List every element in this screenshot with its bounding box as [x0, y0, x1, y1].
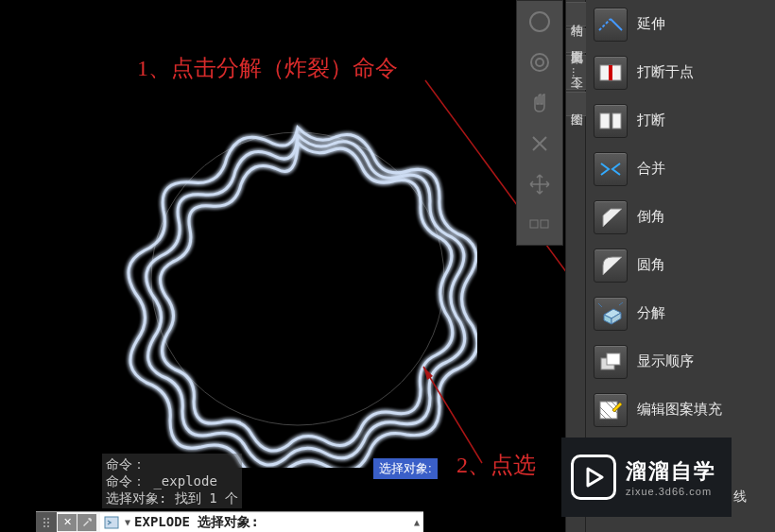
tab-structure[interactable]: 结构	[566, 2, 587, 26]
draw-order-icon	[594, 345, 628, 379]
tool-edit-hatch[interactable]: 编辑图案填充	[586, 386, 775, 434]
tool-chamfer[interactable]: 倒角	[586, 193, 775, 241]
wrench-icon[interactable]	[78, 514, 96, 531]
tool-fillet[interactable]: 圆角	[586, 241, 775, 289]
tab-command-tools[interactable]: 令工...	[566, 55, 587, 90]
dropdown-caret-icon[interactable]: ▼	[125, 517, 130, 527]
select-objects-prompt: 选择对象:	[373, 458, 438, 479]
play-logo-icon	[571, 455, 616, 500]
join-icon	[594, 152, 628, 186]
watermark-subtitle: zixue.3d66.com	[626, 486, 716, 497]
tool-join[interactable]: 合并	[586, 145, 775, 193]
cmd-history-line: 命令： _explode	[106, 472, 238, 489]
grid-icon[interactable]	[521, 206, 559, 243]
drawing-canvas[interactable]: 1、点击分解（炸裂）命令 2、点选 命令： 命令： _explode 选择对象:…	[0, 0, 563, 532]
svg-line-10	[599, 19, 611, 30]
edge-text: 线	[733, 489, 747, 506]
orbit-icon[interactable]	[521, 43, 559, 80]
tool-label: 分解	[637, 304, 775, 322]
tool-extend[interactable]: 延伸	[586, 0, 775, 48]
command-line-bar: ✕ ▼ EXPLODE 选择对象: ▲	[36, 511, 423, 532]
navigation-toolbar	[516, 0, 563, 246]
svg-point-29	[43, 525, 45, 527]
svg-point-6	[531, 54, 548, 71]
gear-spline-shape	[118, 90, 477, 468]
command-input[interactable]: ▼ EXPLODE 选择对象: ▲	[100, 513, 423, 532]
cmd-history-line: 选择对象: 找到 1 个	[106, 489, 238, 506]
svg-rect-9	[541, 220, 548, 228]
watermark-badge: 溜溜自学 zixue.3d66.com	[561, 438, 732, 517]
break-icon	[594, 104, 628, 138]
annotation-step-2: 2、点选	[456, 450, 536, 480]
tool-break[interactable]: 打断	[586, 96, 775, 145]
svg-line-11	[611, 19, 622, 30]
svg-point-25	[43, 518, 45, 520]
explode-icon	[594, 297, 628, 331]
fillet-icon	[594, 249, 628, 283]
extend-icon	[594, 8, 628, 42]
svg-line-17	[619, 302, 623, 305]
cmd-history-line: 命令：	[106, 455, 238, 472]
svg-point-26	[47, 518, 49, 520]
svg-marker-32	[588, 469, 602, 486]
svg-rect-14	[600, 113, 610, 129]
command-prompt-icon	[104, 515, 121, 530]
pan-hand-icon[interactable]	[521, 84, 559, 121]
svg-rect-15	[612, 113, 621, 129]
svg-point-28	[47, 522, 49, 523]
svg-rect-19	[607, 353, 620, 365]
svg-point-7	[536, 59, 543, 66]
tool-break-at-point[interactable]: 打断于点	[586, 48, 775, 96]
svg-point-27	[43, 522, 45, 523]
tool-label: 倒角	[637, 208, 775, 226]
close-icon[interactable]: ✕	[58, 514, 77, 531]
tool-label: 编辑图案填充	[637, 401, 775, 419]
watermark-title: 溜溜自学	[626, 457, 716, 486]
tool-label: 合并	[637, 160, 775, 178]
tool-draw-order[interactable]: 显示顺序	[586, 337, 775, 386]
break-at-point-icon	[594, 56, 628, 90]
tool-label: 圆角	[637, 256, 775, 274]
svg-rect-13	[609, 65, 612, 80]
move-icon[interactable]	[521, 165, 559, 202]
tab-pattern-fill[interactable]: 图案填充	[566, 28, 587, 53]
nav-tool[interactable]	[521, 3, 559, 40]
annotation-step-1: 1、点击分解（炸裂）命令	[137, 53, 398, 83]
history-caret-icon[interactable]: ▲	[414, 517, 420, 527]
edit-hatch-icon	[594, 393, 628, 427]
command-bar-grip[interactable]	[36, 512, 57, 533]
tool-label: 显示顺序	[637, 352, 775, 370]
command-history: 命令： 命令： _explode 选择对象: 找到 1 个	[102, 454, 242, 508]
tool-label: 打断于点	[637, 63, 775, 81]
tool-icon[interactable]	[521, 125, 559, 162]
tool-explode[interactable]: 分解	[586, 289, 775, 337]
svg-point-30	[47, 525, 49, 527]
tool-label: 延伸	[637, 15, 775, 33]
tab-draw[interactable]: 绘图	[566, 92, 587, 116]
command-text: EXPLODE 选择对象:	[134, 514, 259, 531]
tool-label: 打断	[637, 112, 775, 129]
svg-rect-8	[530, 220, 538, 228]
svg-line-16	[598, 303, 602, 307]
chamfer-icon	[594, 200, 628, 234]
svg-point-5	[530, 12, 549, 31]
